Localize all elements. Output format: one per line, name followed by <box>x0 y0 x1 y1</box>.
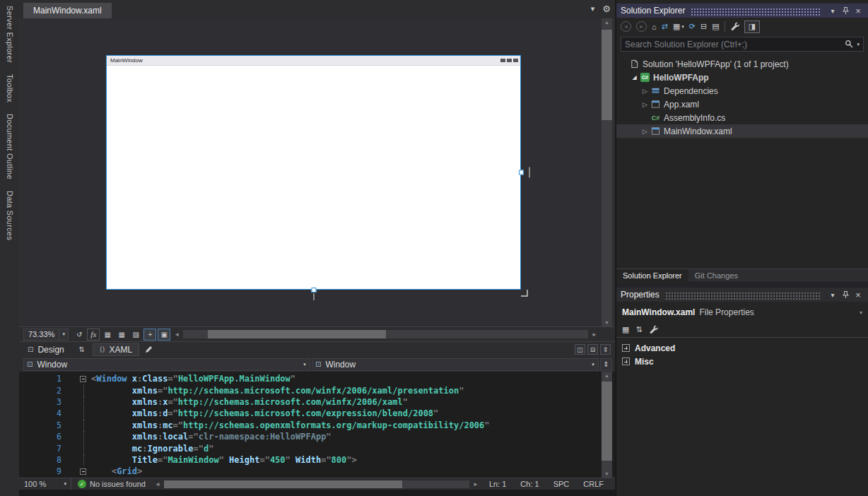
expand-arrow-icon[interactable]: ▷ <box>640 88 650 95</box>
design-view-tab[interactable]: ⊡ Design <box>23 342 71 357</box>
snap-to-grid-button[interactable]: ▦ <box>115 329 128 341</box>
tree-item-dependencies[interactable]: ▷Dependencies <box>616 84 868 98</box>
collapse-arrow-icon[interactable]: ◢ <box>630 74 639 81</box>
show-all-files-button[interactable]: ▤ <box>712 21 719 33</box>
gridlines-button[interactable]: ▨ <box>129 329 142 341</box>
design-surface[interactable]: MainWindow ▲ ▼ <box>19 18 615 326</box>
tab-list-chevron-icon[interactable]: ▾ <box>591 4 595 13</box>
spaces-indicator[interactable]: SPC <box>553 480 570 488</box>
expand-arrow-icon[interactable]: ▷ <box>640 128 650 135</box>
resize-corner-brace[interactable] <box>521 290 528 297</box>
column-indicator[interactable]: Ch: 1 <box>520 480 539 488</box>
scroll-up-icon[interactable]: ▲ <box>604 20 609 25</box>
zoom-to-fit-button[interactable]: ↺ <box>73 329 86 341</box>
rail-tab-data-sources[interactable]: Data Sources <box>6 191 14 240</box>
tree-item-hellowpfapp-project[interactable]: ◢C#HelloWPFApp <box>616 71 868 84</box>
categorized-button[interactable]: ▦ <box>622 324 629 335</box>
code-area[interactable]: 1<Window x:Class="HelloWPFApp.MainWindow… <box>19 373 615 478</box>
close-icon[interactable]: × <box>852 5 864 16</box>
properties-header[interactable]: Properties ▾ × <box>616 288 868 302</box>
header-grip-dots[interactable] <box>665 292 820 300</box>
line-indicator[interactable]: Ln: 1 <box>489 480 506 488</box>
properties-button[interactable] <box>730 21 739 33</box>
snap-to-snaplines-button[interactable]: + <box>143 329 156 341</box>
effects-fx-button[interactable]: fx <box>87 329 100 341</box>
xaml-view-tab[interactable]: ⟨⟩ XAML <box>93 343 140 356</box>
collapse-all-button[interactable]: ⊟ <box>700 21 707 33</box>
expand-plus-icon[interactable] <box>622 344 630 352</box>
xaml-editor[interactable]: 1<Window x:Class="HelloWPFApp.MainWindow… <box>19 372 615 478</box>
editor-vscroll-thumb[interactable] <box>602 382 612 461</box>
editor-vertical-scrollbar[interactable]: ▲ ▼ <box>602 372 612 478</box>
split-horizontal-button[interactable]: ⊟ <box>587 344 598 355</box>
expand-arrow-icon[interactable]: ▷ <box>640 101 650 108</box>
split-vertical-button[interactable]: ◫ <box>575 344 585 355</box>
scroll-down-icon[interactable]: ▼ <box>604 320 609 325</box>
property-group-misc[interactable]: Misc <box>616 355 868 368</box>
alphabetical-button[interactable]: ⇅ <box>635 324 642 335</box>
tree-item-assemblyinfo-cs[interactable]: C#AssemblyInfo.cs <box>616 111 868 124</box>
tree-item-mainwindow-xaml[interactable]: ▷MainWindow.xaml <box>616 124 868 138</box>
disable-project-code-button[interactable]: ▣ <box>158 329 170 341</box>
document-tab-mainwindow-xaml[interactable]: MainWindow.xaml <box>23 3 112 18</box>
zoom-chevron-icon[interactable]: ▾ <box>64 481 71 487</box>
scroll-down-icon[interactable]: ▼ <box>604 471 609 476</box>
line-ending-indicator[interactable]: CRLF <box>583 480 604 488</box>
forward-button[interactable]: ► <box>636 21 647 32</box>
tree-item-solution[interactable]: Solution 'HelloWPFApp' (1 of 1 project) <box>616 57 868 71</box>
show-grid-button[interactable]: ▦ <box>101 329 114 341</box>
designer-vscroll-thumb[interactable] <box>602 30 612 120</box>
tree-item-app-xaml[interactable]: ▷App.xaml <box>616 98 868 111</box>
combo-chevron-icon[interactable]: ▾ <box>300 362 310 367</box>
back-button[interactable]: ◄ <box>621 21 631 32</box>
home-button[interactable]: ⌂ <box>652 21 657 33</box>
designer-hscroll-thumb[interactable] <box>208 330 386 338</box>
pin-icon[interactable] <box>840 5 851 16</box>
resize-handle-bottom[interactable] <box>311 288 316 293</box>
breadcrumb-left-combo[interactable]: ⊡ Window ▾ <box>23 358 310 371</box>
issues-status-text[interactable]: No issues found <box>90 480 146 488</box>
search-input[interactable] <box>625 40 845 49</box>
property-pages-button[interactable] <box>649 324 658 335</box>
breadcrumb-right-combo[interactable]: ⊡ Window ▾ <box>312 358 599 371</box>
hscroll-left-icon[interactable]: ◄ <box>172 331 182 338</box>
window-position-chevron-icon[interactable]: ▾ <box>827 5 838 16</box>
fold-toggle-icon[interactable] <box>80 373 91 384</box>
solution-explorer-header[interactable]: Solution Explorer ▾ × <box>616 4 868 18</box>
rail-tab-server-explorer[interactable]: Server Explorer <box>6 6 14 63</box>
scroll-up-icon[interactable]: ▲ <box>604 373 609 378</box>
design-preview-window[interactable]: MainWindow <box>106 55 521 290</box>
zoom-chevron-icon[interactable]: ▾ <box>59 329 68 340</box>
hscroll-left-icon[interactable]: ◄ <box>153 481 163 488</box>
editor-zoom-combo[interactable]: 100 % ▾ <box>19 478 71 490</box>
pin-icon[interactable] <box>840 289 851 300</box>
swap-panes-button[interactable]: ⇅ <box>76 344 88 355</box>
rail-tab-toolbox[interactable]: Toolbox <box>6 74 14 102</box>
editor-horizontal-scrollbar[interactable] <box>164 480 469 488</box>
rail-tab-document-outline[interactable]: Document Outline <box>6 114 14 179</box>
combo-chevron-icon[interactable]: ▾ <box>588 362 598 367</box>
tab-git-changes[interactable]: Git Changes <box>688 269 744 282</box>
search-icon[interactable] <box>845 38 853 51</box>
designer-zoom-combo[interactable]: 73.33% ▾ <box>23 329 69 341</box>
properties-selection-row[interactable]: MainWindow.xaml File Properties ▾ <box>616 305 868 320</box>
editor-options-gear-icon[interactable]: ⚙ <box>602 4 611 14</box>
property-group-advanced[interactable]: Advanced <box>616 341 868 355</box>
preview-selected-items-button[interactable]: ◨ <box>744 20 760 33</box>
designer-vertical-scrollbar[interactable]: ▲ ▼ <box>602 18 612 326</box>
switch-views-button[interactable]: ▦ <box>673 21 680 33</box>
fold-toggle-icon[interactable] <box>80 466 91 477</box>
search-box[interactable]: ▾ <box>621 37 864 52</box>
refresh-button[interactable]: ⟳ <box>689 21 696 33</box>
switch-views-dropdown-button[interactable]: ▾ <box>681 21 684 33</box>
collapse-pane-button[interactable]: ⇕ <box>600 344 611 355</box>
hscroll-right-icon[interactable]: ► <box>471 481 481 488</box>
header-grip-dots[interactable] <box>691 8 820 16</box>
designer-horizontal-scrollbar[interactable] <box>183 330 588 338</box>
search-options-chevron-icon[interactable]: ▾ <box>857 42 860 47</box>
tab-solution-explorer[interactable]: Solution Explorer <box>616 269 688 282</box>
resize-handle-right[interactable] <box>519 170 524 175</box>
expand-plus-icon[interactable] <box>622 358 630 365</box>
hscroll-right-icon[interactable]: ► <box>590 331 599 338</box>
editor-hscroll-thumb[interactable] <box>164 480 402 488</box>
